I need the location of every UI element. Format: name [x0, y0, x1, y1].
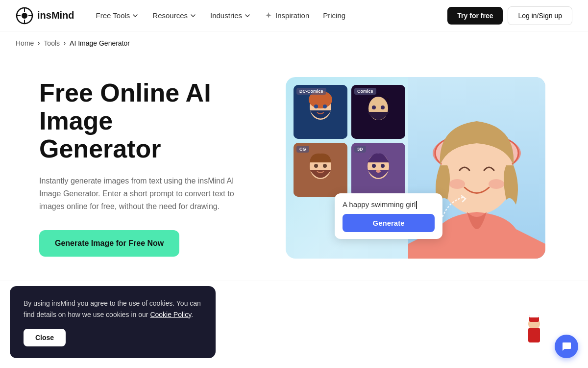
nav-links: Free Tools Resources Industries Inspirat…	[90, 7, 352, 24]
sparkle-icon	[265, 12, 272, 20]
image-tag-4: 3D	[354, 146, 366, 153]
grid-image-2: Comics	[351, 85, 405, 139]
breadcrumb-sep-1: ›	[38, 40, 40, 47]
cookie-policy-link[interactable]: Cookie Policy	[150, 311, 191, 318]
navbar: insMind Free Tools Resources Industries …	[0, 0, 588, 31]
svg-point-30	[449, 179, 465, 189]
try-free-button[interactable]: Try for free	[447, 7, 503, 25]
logo[interactable]: insMind	[16, 7, 74, 25]
chevron-down-icon	[190, 12, 196, 19]
sale-badge: 25% OFF	[519, 314, 549, 353]
grid-image-3: CG	[294, 143, 347, 197]
breadcrumb-sep-2: ›	[64, 40, 66, 47]
grid-image-1: DC-Comics	[294, 85, 347, 139]
chat-icon	[561, 341, 572, 352]
prompt-text: A happy swimming girl	[343, 200, 435, 209]
nav-free-tools[interactable]: Free Tools	[90, 7, 145, 24]
hero-description: Instantly generate images from text usin…	[39, 175, 255, 212]
grid-image-4: 3D	[351, 143, 405, 197]
svg-point-10	[323, 105, 327, 108]
login-button[interactable]: Log in/Sign up	[508, 6, 572, 25]
image-grid: DC-Comics Comics	[294, 85, 405, 197]
svg-text:25%: 25%	[524, 345, 532, 349]
chevron-down-icon	[244, 12, 251, 19]
svg-point-23	[376, 170, 381, 173]
chevron-down-icon	[132, 12, 139, 19]
breadcrumb-current: AI Image Generator	[70, 39, 130, 47]
nav-industries[interactable]: Industries	[204, 7, 257, 24]
hero-image: DC-Comics Comics	[286, 77, 545, 259]
image-tag-3: CG	[296, 146, 309, 153]
breadcrumb-home[interactable]: Home	[16, 39, 34, 47]
chat-button[interactable]	[555, 335, 578, 358]
nav-pricing[interactable]: Pricing	[317, 7, 351, 24]
svg-point-13	[372, 105, 376, 109]
nav-inspiration[interactable]: Inspiration	[259, 7, 315, 24]
prompt-box: A happy swimming girl Generate	[335, 193, 442, 239]
demo-generate-button[interactable]: Generate	[343, 214, 435, 232]
santa-sale-icon: 25% OFF	[519, 314, 549, 353]
svg-text:OFF: OFF	[526, 350, 534, 353]
right-panel: DC-Comics Comics	[274, 77, 557, 259]
nav-resources[interactable]: Resources	[147, 7, 202, 24]
image-tag-2: Comics	[354, 88, 376, 95]
arrow-decoration	[440, 195, 469, 219]
svg-point-14	[381, 105, 385, 109]
cookie-text: By using insMind you agree to the use of…	[24, 298, 202, 320]
image-tag-1: DC-Comics	[296, 88, 326, 95]
generate-free-button[interactable]: Generate Image for Free Now	[39, 230, 179, 257]
svg-point-22	[381, 164, 385, 168]
svg-point-17	[314, 164, 318, 168]
svg-point-21	[372, 164, 376, 168]
breadcrumb-tools[interactable]: Tools	[44, 39, 60, 47]
brand-name: insMind	[37, 10, 74, 21]
svg-point-1	[22, 13, 27, 19]
svg-point-18	[323, 164, 327, 168]
svg-point-9	[314, 105, 318, 108]
cookie-banner: By using insMind you agree to the use of…	[10, 286, 216, 358]
cookie-close-button[interactable]: Close	[24, 329, 66, 346]
svg-point-31	[489, 179, 504, 189]
svg-rect-38	[529, 315, 539, 317]
main-content: Free Online AI Image Generator Instantly…	[0, 55, 588, 281]
breadcrumb: Home › Tools › AI Image Generator	[0, 31, 588, 55]
navbar-left: insMind Free Tools Resources Industries …	[16, 7, 351, 25]
logo-icon	[16, 7, 33, 25]
svg-rect-36	[528, 328, 540, 342]
cursor	[416, 201, 417, 209]
navbar-right: Try for free Log in/Sign up	[447, 6, 572, 25]
hero-title: Free Online AI Image Generator	[39, 79, 274, 163]
left-panel: Free Online AI Image Generator Instantly…	[39, 79, 274, 257]
